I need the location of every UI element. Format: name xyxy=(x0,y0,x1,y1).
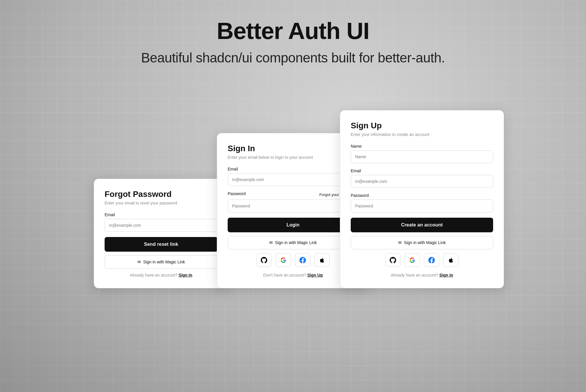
signup-name-label: Name xyxy=(351,144,493,149)
signin-github-button[interactable] xyxy=(256,253,272,267)
sign-up-card: Sign Up Enter your information to create… xyxy=(340,110,504,288)
signin-submit-button[interactable]: Login xyxy=(228,218,358,232)
github-icon xyxy=(261,257,267,263)
forgot-password-title: Forgot Password xyxy=(105,190,218,199)
forgot-email-label: Email xyxy=(105,212,218,217)
mail-icon-signup xyxy=(398,240,402,245)
hero-title: Better Auth UI xyxy=(217,18,369,45)
signup-email-label: Email xyxy=(351,168,493,173)
signin-password-label: Password xyxy=(228,191,246,196)
signup-signin-link[interactable]: Sign In xyxy=(440,273,453,277)
facebook-icon-signup xyxy=(428,257,435,263)
signin-signup-link[interactable]: Sign Up xyxy=(307,273,323,277)
signin-facebook-button[interactable] xyxy=(295,253,310,267)
signin-title: Sign In xyxy=(228,144,358,153)
forgot-signin-link[interactable]: Sign In xyxy=(179,273,193,277)
mail-icon-signin xyxy=(269,240,273,245)
signin-subtitle: Enter your email below to login to your … xyxy=(228,155,358,160)
github-icon-signup xyxy=(390,257,396,263)
signup-github-button[interactable] xyxy=(385,253,401,267)
forgot-email-input[interactable] xyxy=(105,219,218,232)
cards-container: Forgot Password Enter your email to rese… xyxy=(59,89,527,288)
mail-icon xyxy=(137,260,141,264)
signup-magic-link-button[interactable]: Sign in with Magic Link xyxy=(351,236,493,249)
forgot-magic-link-button[interactable]: Sign in with Magic Link xyxy=(105,255,218,269)
signup-google-button[interactable] xyxy=(405,253,420,267)
signin-google-button[interactable] xyxy=(276,253,291,267)
forgot-password-subtitle: Enter your email to reset your password xyxy=(105,201,218,205)
forgot-password-card: Forgot Password Enter your email to rese… xyxy=(94,179,229,288)
google-icon xyxy=(280,257,286,263)
signup-footer: Already have an account? Sign In xyxy=(351,273,493,277)
forgot-submit-button[interactable]: Send reset link xyxy=(105,237,218,252)
signup-apple-button[interactable] xyxy=(443,253,459,267)
signup-name-input[interactable] xyxy=(351,150,493,163)
forgot-footer: Already have an account? Sign In xyxy=(105,273,218,277)
google-icon-signup xyxy=(409,257,415,263)
signin-apple-button[interactable] xyxy=(314,253,330,267)
forgot-magic-label: Sign in with Magic Link xyxy=(143,260,185,264)
apple-icon-signup xyxy=(448,257,454,263)
signup-email-input[interactable] xyxy=(351,175,493,188)
signin-magic-link-button[interactable]: Sign in with Magic Link xyxy=(228,236,358,249)
signup-submit-button[interactable]: Create an account xyxy=(351,218,493,232)
signin-email-input[interactable] xyxy=(228,173,358,186)
signup-title: Sign Up xyxy=(351,121,493,130)
signin-password-input[interactable] xyxy=(228,200,358,212)
signup-subtitle: Enter your information to create an acco… xyxy=(351,132,493,137)
signup-password-input[interactable] xyxy=(351,200,493,212)
hero-subtitle: Beautiful shadcn/ui components built for… xyxy=(141,50,445,66)
signup-facebook-button[interactable] xyxy=(424,253,439,267)
signup-magic-label: Sign in with Magic Link xyxy=(404,240,446,245)
signin-email-label: Email xyxy=(228,167,358,171)
signup-password-label: Password xyxy=(351,193,493,198)
signup-social-row xyxy=(351,253,493,267)
signin-footer: Don't have an account? Sign Up xyxy=(228,273,358,277)
signin-magic-label: Sign in with Magic Link xyxy=(275,240,317,245)
apple-icon xyxy=(319,257,325,263)
signin-social-row xyxy=(228,253,358,267)
facebook-icon xyxy=(299,257,306,263)
